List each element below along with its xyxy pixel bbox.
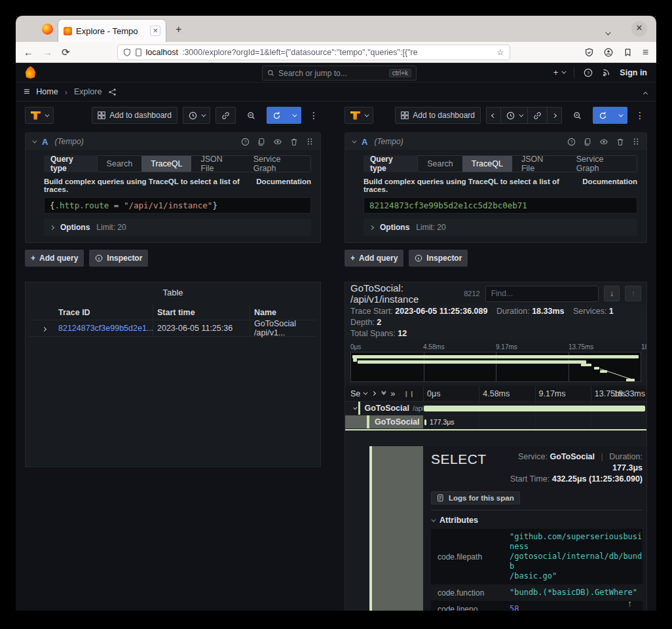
grafana-logo-icon[interactable]	[25, 66, 36, 79]
trace-find-input[interactable]	[485, 286, 599, 302]
attributes-section-toggle[interactable]: Attributes	[431, 516, 643, 525]
bookmark-star-icon[interactable]: ☆	[496, 47, 504, 57]
traceql-query-input-left[interactable]: {.http.route = "/api/v1/instance"}	[44, 197, 311, 214]
news-rss-icon[interactable]	[602, 68, 610, 77]
back-icon[interactable]: ←	[24, 47, 33, 58]
tab-service-graph[interactable]: Service Graph	[244, 156, 310, 172]
span-row-root[interactable]: GoToSocial /api/	[345, 402, 646, 415]
traceql-query-input-right[interactable]: 82124873cf3e99b5d2e1cc5d2bc0eb71	[364, 197, 637, 214]
col-name[interactable]: Name	[250, 305, 316, 320]
span-duration-bar[interactable]	[424, 406, 645, 411]
time-picker-left[interactable]	[183, 107, 210, 124]
col-trace-id[interactable]: Trace ID	[58, 308, 153, 317]
add-query-button-left[interactable]: + Add query	[25, 250, 84, 267]
inspector-button-right[interactable]: Inspector	[409, 250, 468, 267]
time-shift-back-button[interactable]	[486, 107, 501, 124]
delete-query-trash-icon[interactable]	[616, 138, 624, 146]
drag-handle-icon[interactable]	[306, 138, 314, 145]
mega-menu-icon[interactable]: ≡	[24, 86, 29, 98]
account-icon[interactable]	[604, 48, 613, 57]
time-picker-right[interactable]	[501, 107, 528, 124]
shield-icon[interactable]	[123, 48, 131, 56]
url-bar[interactable]: localhost:3000/explore?orgId=1&left={"da…	[117, 45, 510, 60]
find-prev-button[interactable]: ↑	[625, 286, 641, 301]
save-page-icon[interactable]	[624, 48, 632, 57]
query-help-icon[interactable]: ?	[241, 138, 250, 146]
share-icon[interactable]	[108, 88, 117, 96]
column-resize-handle[interactable]: ❙❙	[404, 391, 415, 397]
link-split-button[interactable]	[215, 107, 236, 124]
duplicate-query-icon[interactable]	[257, 138, 265, 146]
col-start-time[interactable]: Start time	[153, 305, 250, 320]
tab-search[interactable]: Search	[418, 156, 462, 172]
zoom-out-button-right[interactable]	[567, 107, 588, 124]
tab-traceql[interactable]: TraceQL	[141, 156, 191, 172]
more-options-icon[interactable]: ⋮	[633, 110, 647, 121]
browser-tab[interactable]: Explore - Tempo ×	[58, 19, 166, 42]
datasource-picker-right[interactable]	[345, 107, 373, 124]
menu-icon[interactable]: ≡	[643, 47, 648, 58]
add-to-dashboard-button[interactable]: Add to dashboard	[92, 107, 177, 124]
collapse-all-icon[interactable]	[381, 392, 384, 395]
span-row-selected[interactable]: GoToSocial 177.3μs	[345, 415, 646, 429]
help-icon[interactable]: ?	[584, 68, 593, 77]
protections-shield-icon[interactable]	[585, 48, 593, 57]
delete-query-trash-icon[interactable]	[290, 138, 298, 146]
reload-icon[interactable]: ⟳	[62, 47, 70, 58]
breadcrumb-home[interactable]: Home	[36, 87, 58, 96]
global-search-input[interactable]: Search or jump to... ctrl+k	[262, 66, 417, 81]
trace-id-link[interactable]: 82124873cf3e99b5d2e1...	[58, 324, 153, 333]
trace-minimap[interactable]: 0μs4.58ms9.17ms13.75ms18.33ms	[350, 343, 641, 382]
hide-query-eye-icon[interactable]	[273, 138, 282, 146]
more-options-icon[interactable]: ⋮	[307, 110, 321, 121]
tab-service-graph[interactable]: Service Graph	[567, 156, 637, 172]
service-sort-dropdown[interactable]: Se	[350, 389, 366, 398]
span-collapse-icon[interactable]	[353, 405, 358, 410]
tab-json-file[interactable]: JSON File	[512, 156, 567, 172]
query-ref-id[interactable]: A	[362, 137, 367, 147]
tab-search[interactable]: Search	[98, 156, 142, 172]
datasource-picker-left[interactable]	[25, 107, 54, 124]
hide-query-eye-icon[interactable]	[599, 138, 608, 146]
add-query-button-right[interactable]: + Add query	[345, 250, 403, 267]
documentation-link[interactable]: Documentation	[582, 178, 637, 193]
new-tab-button[interactable]: +	[176, 24, 181, 35]
sign-in-button[interactable]: Sign in	[620, 68, 647, 77]
span-duration-bar[interactable]	[424, 419, 426, 425]
collapse-query-icon[interactable]	[32, 138, 37, 143]
minimap-canvas[interactable]	[350, 352, 641, 382]
run-query-button-right[interactable]	[593, 107, 613, 124]
tab-json-file[interactable]: JSON File	[191, 156, 244, 172]
find-next-button[interactable]: ↓	[604, 286, 620, 301]
inspector-button-left[interactable]: Inspector	[89, 250, 148, 267]
new-item-button[interactable]: +	[553, 67, 565, 77]
duplicate-query-icon[interactable]	[584, 138, 591, 146]
collapse-caret-icon[interactable]	[644, 88, 647, 98]
collapse-query-icon[interactable]	[352, 138, 356, 143]
expand-one-icon[interactable]	[371, 391, 376, 396]
tab-close-button[interactable]: ×	[150, 26, 160, 36]
span-service-name[interactable]: GoToSocial	[364, 404, 409, 413]
run-query-button[interactable]	[267, 107, 287, 124]
query-ref-id[interactable]: A	[42, 137, 48, 147]
options-collapse-left[interactable]: Options Limit: 20	[44, 219, 311, 236]
list-tabs-icon[interactable]	[605, 26, 609, 38]
link-split-button-right[interactable]	[528, 107, 548, 124]
options-collapse-right[interactable]: Options Limit: 20	[364, 219, 637, 236]
table-row[interactable]: 82124873cf3e99b5d2e1... 2023-06-05 11:25…	[29, 320, 316, 337]
query-help-icon[interactable]: ?	[567, 138, 576, 146]
run-query-interval-dropdown[interactable]	[287, 107, 301, 124]
window-close-button[interactable]: ✕	[631, 21, 647, 37]
time-shift-forward-button[interactable]	[548, 107, 562, 124]
add-to-dashboard-button-right[interactable]: Add to dashboard	[395, 107, 481, 124]
row-expander-icon[interactable]	[29, 324, 58, 333]
logs-for-span-button[interactable]: Logs for this span	[431, 491, 520, 505]
drag-handle-icon[interactable]	[632, 138, 640, 145]
run-query-interval-dropdown-right[interactable]	[613, 107, 627, 124]
span-service-name[interactable]: GoToSocial	[375, 417, 420, 427]
documentation-link[interactable]: Documentation	[256, 178, 311, 193]
zoom-out-button[interactable]	[241, 107, 261, 124]
tab-traceql[interactable]: TraceQL	[462, 156, 512, 172]
scroll-to-top-icon[interactable]: ↑	[627, 598, 632, 609]
expand-all-icon[interactable]: »	[390, 389, 395, 398]
